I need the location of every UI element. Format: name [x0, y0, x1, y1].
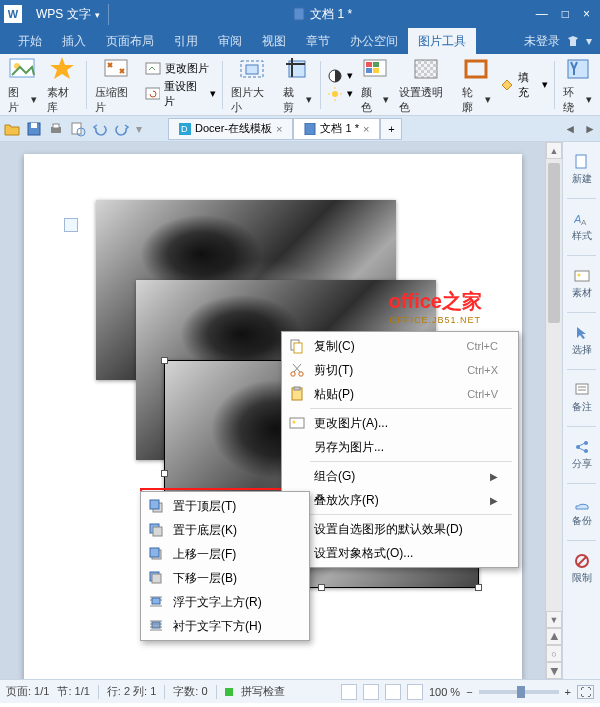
side-notes[interactable]: 备注: [563, 378, 600, 418]
vertical-scrollbar[interactable]: ▲ ▼ ⯅ ○ ⯆: [545, 142, 562, 679]
ctx-format-object[interactable]: 设置对象格式(O)...: [284, 541, 516, 565]
ctx-cut[interactable]: 剪切(T)Ctrl+X: [284, 358, 516, 382]
menu-insert[interactable]: 插入: [52, 28, 96, 54]
ctx-send-to-back[interactable]: 置于底层(K): [143, 518, 307, 542]
view-fullscreen-icon[interactable]: [407, 684, 423, 700]
tab-docer[interactable]: D Docer-在线模板×: [168, 118, 293, 140]
tab-add[interactable]: +: [380, 118, 402, 140]
save-icon[interactable]: [26, 121, 42, 137]
tab-doc1[interactable]: 文档 1 *×: [293, 118, 380, 140]
ctx-auto-shape-default[interactable]: 设置自选图形的默认效果(D): [284, 517, 516, 541]
close-icon[interactable]: ×: [276, 123, 282, 135]
view-web-icon[interactable]: [385, 684, 401, 700]
zoom-value[interactable]: 100 %: [429, 686, 460, 698]
menu-bar: 开始 插入 页面布局 引用 审阅 视图 章节 办公空间 图片工具 未登录 ▾: [0, 28, 600, 54]
ribbon-outline[interactable]: 轮廓▾: [458, 53, 495, 117]
ctx-bring-to-front[interactable]: 置于顶层(T): [143, 494, 307, 518]
nav-prev-icon[interactable]: ◄: [564, 122, 576, 136]
login-link[interactable]: 未登录: [524, 33, 560, 50]
minimize-button[interactable]: —: [536, 7, 548, 21]
ribbon-reset-picture[interactable]: 重设图片▾: [145, 79, 216, 109]
scroll-up-icon[interactable]: ▲: [546, 142, 562, 159]
ribbon-set-transparent[interactable]: 设置透明色: [395, 53, 456, 117]
view-outline-icon[interactable]: [363, 684, 379, 700]
menu-review[interactable]: 审阅: [208, 28, 252, 54]
svg-rect-51: [152, 574, 161, 583]
ctx-copy[interactable]: 复制(C)Ctrl+C: [284, 334, 516, 358]
zoom-slider[interactable]: [479, 690, 559, 694]
ribbon-picture-size[interactable]: 图片大小: [227, 53, 277, 117]
browse-object-icon[interactable]: ○: [546, 645, 562, 662]
menu-start[interactable]: 开始: [8, 28, 52, 54]
view-print-layout-icon[interactable]: [341, 684, 357, 700]
svg-rect-4: [105, 60, 127, 76]
nav-next-icon[interactable]: ►: [584, 122, 596, 136]
side-material[interactable]: 素材: [563, 264, 600, 304]
ribbon-material-library[interactable]: 素材库: [43, 53, 83, 117]
menu-picture-tools[interactable]: 图片工具: [408, 28, 476, 54]
ctx-behind-text[interactable]: 衬于文字下方(H): [143, 614, 307, 638]
close-button[interactable]: ×: [583, 7, 590, 21]
ribbon-change-picture[interactable]: 更改图片: [145, 61, 216, 77]
svg-rect-40: [294, 387, 300, 390]
page-area[interactable]: office之家 OFFICE.JB51.NET 复制(C)Ctrl+C 剪切(…: [0, 142, 545, 679]
next-page-icon[interactable]: ⯆: [546, 662, 562, 679]
ribbon-color[interactable]: 颜色▾: [357, 53, 394, 117]
side-styles[interactable]: AA样式: [563, 207, 600, 247]
side-select[interactable]: 选择: [563, 321, 600, 361]
redo-icon[interactable]: [114, 121, 130, 137]
ctx-in-front-of-text[interactable]: 浮于文字上方(R): [143, 590, 307, 614]
ribbon-contrast[interactable]: ▾: [327, 68, 353, 84]
svg-point-37: [291, 372, 295, 376]
menu-page-layout[interactable]: 页面布局: [96, 28, 164, 54]
svg-point-11: [332, 91, 338, 97]
ctx-change-picture[interactable]: 更改图片(A)...: [284, 411, 516, 435]
layout-options-icon[interactable]: [64, 218, 78, 232]
ribbon-wrap[interactable]: 环绕▾: [559, 53, 596, 117]
side-share[interactable]: 分享: [563, 435, 600, 475]
scrollbar-thumb[interactable]: [548, 163, 560, 323]
undo-icon[interactable]: [92, 121, 108, 137]
status-page[interactable]: 页面: 1/1: [6, 684, 49, 699]
in-front-text-icon: [148, 594, 164, 610]
ctx-group[interactable]: 组合(G)▶: [284, 464, 516, 488]
menu-chapter[interactable]: 章节: [296, 28, 340, 54]
ctx-send-backward[interactable]: 下移一层(B): [143, 566, 307, 590]
svg-marker-3: [50, 57, 74, 79]
chevron-down-icon: ▾: [31, 93, 37, 106]
prev-page-icon[interactable]: ⯅: [546, 628, 562, 645]
ribbon-brightness[interactable]: ▾: [327, 86, 353, 102]
status-word-count[interactable]: 字数: 0: [173, 684, 207, 699]
menu-right: 未登录 ▾: [524, 33, 600, 50]
side-new[interactable]: 新建: [563, 150, 600, 190]
svg-rect-61: [576, 155, 586, 168]
zoom-fit-icon[interactable]: ⛶: [577, 685, 594, 699]
ribbon-fill[interactable]: 填充▾: [499, 70, 549, 100]
ribbon-crop[interactable]: 裁剪▾: [279, 53, 316, 117]
app-name[interactable]: WPS 文字▾: [28, 4, 109, 25]
print-preview-icon[interactable]: [70, 121, 86, 137]
menu-office-space[interactable]: 办公空间: [340, 28, 408, 54]
side-restrict[interactable]: 限制: [563, 549, 600, 589]
open-icon[interactable]: [4, 121, 20, 137]
ribbon-compress-picture[interactable]: 压缩图片: [91, 53, 141, 117]
print-icon[interactable]: [48, 121, 64, 137]
ctx-order[interactable]: 叠放次序(R)▶: [284, 488, 516, 512]
menu-references[interactable]: 引用: [164, 28, 208, 54]
close-icon[interactable]: ×: [363, 123, 369, 135]
scroll-down-icon[interactable]: ▼: [546, 611, 562, 628]
ctx-bring-forward[interactable]: 上移一层(F): [143, 542, 307, 566]
svg-rect-66: [576, 384, 588, 394]
shirt-icon[interactable]: [566, 34, 580, 48]
zoom-out-button[interactable]: −: [466, 686, 472, 698]
side-backup[interactable]: 备份: [563, 492, 600, 532]
ribbon-picture[interactable]: 图片▾: [4, 53, 41, 117]
menu-view[interactable]: 视图: [252, 28, 296, 54]
status-spellcheck[interactable]: 拼写检查: [241, 684, 285, 699]
zoom-in-button[interactable]: +: [565, 686, 571, 698]
maximize-button[interactable]: □: [562, 7, 569, 21]
styles-icon: AA: [574, 211, 590, 227]
ctx-paste[interactable]: 粘贴(P)Ctrl+V: [284, 382, 516, 406]
ctx-save-as-picture[interactable]: 另存为图片...: [284, 435, 516, 459]
menu-dropdown-icon[interactable]: ▾: [586, 34, 592, 48]
